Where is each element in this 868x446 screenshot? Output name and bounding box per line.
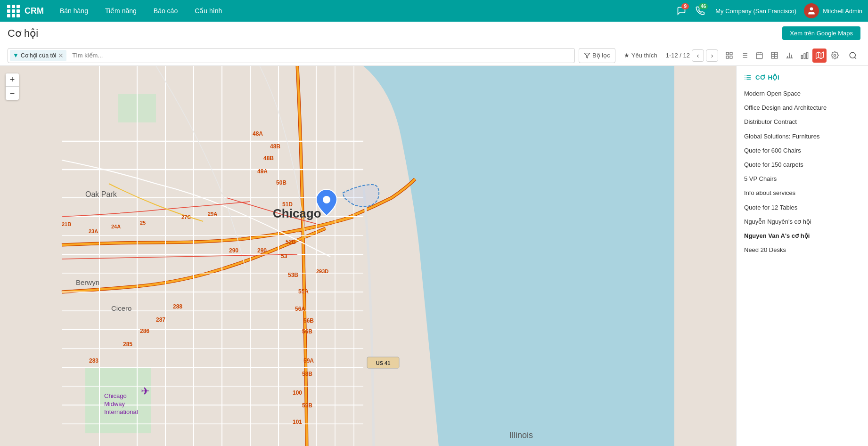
svg-text:24A: 24A bbox=[111, 224, 121, 229]
pagination-prev[interactable]: ‹ bbox=[692, 49, 704, 62]
top-navigation: CRM Bán hàng Tiềm năng Báo cáo Cấu hình … bbox=[0, 0, 868, 22]
filter-label: Bộ lọc bbox=[592, 52, 610, 59]
filter-tag-close[interactable]: ✕ bbox=[58, 52, 64, 59]
view-icons bbox=[722, 49, 842, 63]
svg-text:Illinois: Illinois bbox=[509, 430, 533, 440]
subheader: Cơ hội Xem trên Google Maps bbox=[0, 22, 868, 45]
svg-text:48B: 48B bbox=[263, 155, 274, 162]
view-table[interactable] bbox=[767, 49, 781, 63]
svg-text:290: 290 bbox=[257, 247, 267, 254]
view-kanban[interactable] bbox=[722, 49, 736, 63]
sidebar-item-8[interactable]: Quote for 12 Tables bbox=[737, 201, 868, 215]
username[interactable]: Mitchell Admin bbox=[823, 8, 862, 15]
calendar-icon bbox=[755, 51, 763, 59]
svg-text:290: 290 bbox=[229, 247, 238, 254]
svg-text:Cicero: Cicero bbox=[111, 304, 131, 312]
list-icon bbox=[740, 51, 748, 59]
settings-icon bbox=[831, 51, 839, 59]
sidebar-item-10[interactable]: Nguyen Van A's cơ hội bbox=[737, 229, 868, 243]
svg-text:50B: 50B bbox=[276, 179, 287, 186]
calls-button[interactable]: 46 bbox=[693, 3, 708, 18]
sidebar-item-2[interactable]: Distributor Contract bbox=[737, 115, 868, 129]
menu-item-report[interactable]: Báo cáo bbox=[145, 0, 186, 22]
messages-badge: 9 bbox=[681, 3, 689, 9]
view-settings[interactable] bbox=[827, 49, 842, 63]
sidebar-item-9[interactable]: Nguyễn Nguyên's cơ hội bbox=[737, 215, 868, 229]
svg-text:21B: 21B bbox=[62, 221, 71, 227]
search-filter-wrap: ▼ Cơ hội của tôi ✕ bbox=[8, 48, 575, 63]
bar-icon bbox=[801, 51, 809, 59]
svg-text:55A: 55A bbox=[298, 288, 309, 295]
pagination-next[interactable]: › bbox=[706, 49, 718, 62]
svg-text:Oak Park: Oak Park bbox=[85, 190, 117, 198]
sidebar-item-5[interactable]: Quote for 150 carpets bbox=[737, 158, 868, 172]
sidebar-item-1[interactable]: Office Design and Architecture bbox=[737, 101, 868, 115]
sidebar-item-11[interactable]: Need 20 Desks bbox=[737, 243, 868, 257]
svg-point-31 bbox=[850, 52, 855, 58]
search-icon-button[interactable] bbox=[845, 48, 860, 63]
view-calendar[interactable] bbox=[752, 49, 766, 63]
view-chart[interactable] bbox=[782, 49, 796, 63]
filterbar: ▼ Cơ hội của tôi ✕ Bộ lọc ★ Yêu thích 1-… bbox=[0, 45, 868, 66]
sidebar-header: CƠ HỘI bbox=[737, 72, 868, 87]
sidebar-item-7[interactable]: Info about services bbox=[737, 186, 868, 200]
sidebar-item-6[interactable]: 5 VP Chairs bbox=[737, 172, 868, 186]
svg-text:56B: 56B bbox=[303, 317, 314, 324]
menu-item-config[interactable]: Cấu hình bbox=[186, 0, 230, 22]
sidebar-item-0[interactable]: Modern Open Space bbox=[737, 87, 868, 101]
star-icon: ★ bbox=[624, 52, 630, 59]
svg-text:59A: 59A bbox=[303, 357, 314, 364]
svg-rect-26 bbox=[806, 52, 808, 58]
filter-tag-label: Cơ hội của tôi bbox=[21, 52, 56, 59]
favorites-button[interactable]: ★ Yêu thích bbox=[619, 48, 662, 63]
svg-text:25: 25 bbox=[140, 220, 146, 226]
calls-badge: 46 bbox=[699, 3, 708, 9]
svg-text:US 41: US 41 bbox=[376, 360, 391, 366]
menu-item-potential[interactable]: Tiềm năng bbox=[97, 0, 145, 22]
view-map[interactable] bbox=[812, 49, 827, 63]
avatar[interactable] bbox=[804, 3, 819, 18]
zoom-out-button[interactable]: − bbox=[6, 87, 19, 100]
svg-point-30 bbox=[834, 54, 835, 56]
svg-text:Chicago: Chicago bbox=[104, 392, 127, 399]
svg-point-104 bbox=[323, 196, 330, 203]
sidebar: CƠ HỘI Modern Open Space Office Design a… bbox=[736, 66, 868, 446]
svg-text:International: International bbox=[104, 408, 138, 415]
svg-text:23A: 23A bbox=[89, 228, 98, 234]
sidebar-item-4[interactable]: Quote for 600 Chairs bbox=[737, 144, 868, 158]
apps-grid-icon bbox=[7, 5, 20, 17]
favorites-label: Yêu thích bbox=[631, 52, 657, 59]
svg-text:Berwyn: Berwyn bbox=[76, 278, 99, 286]
messages-button[interactable]: 9 bbox=[674, 3, 689, 18]
filter-button[interactable]: Bộ lọc bbox=[579, 48, 615, 63]
table-icon bbox=[770, 51, 778, 59]
svg-rect-2 bbox=[726, 52, 729, 55]
menu-item-sales[interactable]: Bán hàng bbox=[51, 0, 97, 22]
chart-icon bbox=[786, 51, 794, 59]
brand-logo[interactable]: CRM bbox=[25, 6, 44, 16]
svg-rect-24 bbox=[801, 56, 802, 59]
search-icon bbox=[849, 51, 857, 60]
pagination: 1-12 / 12 ‹ › bbox=[666, 49, 718, 62]
sidebar-item-3[interactable]: Global Solutions: Furnitures bbox=[737, 130, 868, 144]
svg-marker-1 bbox=[584, 53, 590, 58]
filter-icon bbox=[584, 52, 590, 59]
view-list[interactable] bbox=[737, 49, 751, 63]
svg-text:52B: 52B bbox=[286, 239, 296, 245]
map-zoom-controls: + − bbox=[6, 73, 19, 100]
map-container[interactable]: US 41 bbox=[0, 66, 736, 446]
svg-rect-5 bbox=[726, 56, 729, 58]
map-svg: US 41 bbox=[0, 66, 736, 446]
company-name[interactable]: My Company (San Francisco) bbox=[712, 8, 800, 15]
active-filter-tag[interactable]: ▼ Cơ hội của tôi ✕ bbox=[10, 50, 66, 61]
svg-text:288: 288 bbox=[173, 303, 182, 310]
page-title: Cơ hội bbox=[8, 27, 777, 40]
view-bar[interactable] bbox=[797, 49, 811, 63]
svg-text:283: 283 bbox=[89, 357, 98, 364]
zoom-in-button[interactable]: + bbox=[6, 73, 19, 87]
svg-text:56A: 56A bbox=[295, 306, 305, 312]
apps-menu-button[interactable] bbox=[6, 3, 21, 18]
google-maps-button[interactable]: Xem trên Google Maps bbox=[782, 26, 860, 40]
svg-text:100: 100 bbox=[293, 389, 302, 396]
search-input[interactable] bbox=[68, 52, 574, 59]
